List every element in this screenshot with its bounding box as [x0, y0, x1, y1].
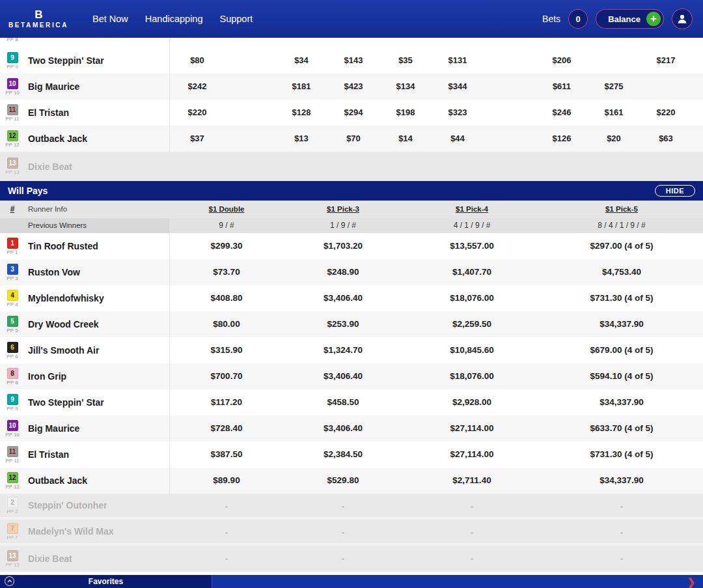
post-position-label: PP 12	[5, 484, 20, 490]
pick5-payout: $594.10 (4 of 5)	[557, 363, 687, 389]
horse-name: Dixie Beat	[28, 553, 72, 564]
nav-item-bet-now[interactable]: Bet Now	[92, 14, 128, 24]
favorites-scroll-area: ❯	[212, 575, 703, 588]
chevron-right-icon[interactable]: ❯	[687, 577, 695, 587]
double-payout: -	[161, 520, 292, 543]
table-row: 10 PP 10 Big Maurice $728.40 $3,406.40 $…	[0, 415, 703, 441]
pick3-payout: $3,406.40	[278, 363, 408, 389]
runner-info: 1 PP 1 Tin Roof Rusted	[5, 233, 98, 259]
runner-info: 11 PP 11 El Tristan	[5, 100, 69, 126]
table-row: 9 PP 9 Two Steppin' Star $80 $34 $143 $3…	[0, 48, 703, 74]
horse-name: Big Maurice	[28, 81, 79, 92]
nav-item-support[interactable]: Support	[220, 14, 253, 24]
runner-info: 13 PP 13 Dixie Beat	[5, 546, 72, 572]
double-payout: $408.80	[161, 285, 292, 311]
saddlecloth-badge: 2	[7, 497, 18, 508]
post-position-label: PP 11	[5, 458, 19, 464]
pick3-payout: $529.80	[278, 468, 408, 494]
pick5-payout: -	[557, 494, 687, 517]
saddlecloth-badge: 11	[7, 104, 18, 115]
favorites-label[interactable]: Favorites	[89, 577, 123, 586]
table-row: 3 PP 3 Ruston Vow $73.70 $248.90 $1,407.…	[0, 259, 703, 285]
table-row: 12 PP 12 Outback Jack $37 $13 $70 $14 $4…	[0, 126, 703, 152]
pick4-payout: -	[407, 546, 537, 572]
balance-button[interactable]: Balance +	[596, 9, 664, 29]
collapse-button[interactable]	[5, 576, 14, 586]
previous-winners-value: 8 / 4 / 1 / 9 / #	[557, 218, 687, 233]
post-position-label: PP 8	[7, 380, 18, 385]
payout-value: $37	[165, 126, 230, 152]
double-payout: $387.50	[161, 441, 292, 468]
balance-label: Balance	[608, 14, 641, 24]
bets-label: Bets	[542, 14, 560, 24]
runner-info: 11 PP 11 El Tristan	[5, 441, 69, 468]
table-row-scratched: 13 PP 13 Dixie Beat	[0, 152, 703, 181]
column-header-number[interactable]: #	[5, 201, 20, 218]
saddlecloth-badge: 10	[7, 78, 18, 89]
pick3-payout: $253.90	[278, 311, 408, 337]
brand-name: BETAMERICA	[8, 21, 68, 29]
runner-info: 7 PP 7 Madelyn's Wild Max	[5, 520, 114, 543]
saddlecloth-badge: 9	[7, 394, 18, 405]
previous-winners-value: 9 / #	[161, 218, 292, 233]
betamerica-logo-icon: B	[34, 9, 42, 20]
table-row: 10 PP 10 Big Maurice $242 $181 $423 $134…	[0, 74, 703, 100]
pick3-payout: -	[278, 494, 408, 517]
column-header-pick3[interactable]: $1 Pick-3	[278, 201, 408, 218]
pick4-payout: $2,259.50	[407, 311, 537, 337]
pick5-payout: $34,337.90	[557, 311, 687, 337]
pick5-payout: $731.30 (4 of 5)	[557, 441, 687, 468]
payout-value	[633, 74, 698, 100]
double-payout: $700.70	[161, 363, 292, 389]
table-row-scratched: 7 PP 7 Madelyn's Wild Max - - - -	[0, 520, 703, 546]
table-row: 6 PP 6 Jill's Smooth Air $315.90 $1,324.…	[0, 337, 703, 363]
payout-value: $323	[425, 100, 490, 126]
deposit-plus-icon[interactable]: +	[646, 12, 661, 26]
table-row: 4 PP 4 Myblendofwhisky $408.80 $3,406.40…	[0, 285, 703, 311]
table-row-scratched: 13 PP 13 Dixie Beat - - - -	[0, 546, 703, 572]
saddlecloth-badge: 13	[7, 158, 18, 169]
pick3-payout: $458.50	[278, 389, 408, 415]
horse-name: El Tristan	[28, 107, 69, 118]
post-position-label: PP 6	[7, 354, 18, 359]
pick4-payout: $27,114.00	[407, 441, 537, 468]
will-pays-column-header: # Runner Info $1 Double $1 Pick-3 $1 Pic…	[0, 201, 703, 218]
runner-info: 8 PP 8 Iron Grip	[5, 363, 66, 389]
payout-value: $80	[165, 48, 230, 74]
runner-info: 13 PP 13 Dixie Beat	[5, 152, 72, 181]
double-payout: -	[161, 494, 292, 517]
pick4-payout: $18,076.00	[407, 363, 537, 389]
betamerica-logo[interactable]: B BETAMERICA	[10, 9, 66, 29]
post-position-label: PP 4	[7, 301, 18, 307]
pick5-payout: -	[557, 546, 687, 572]
column-header-runner-info: Runner Info	[28, 201, 67, 218]
column-header-pick5[interactable]: $1 Pick-5	[557, 201, 687, 218]
odds-table: PP 8 9 PP 9 Two Steppin' Star $80 $34 $1…	[0, 38, 703, 181]
post-position-label: PP 1	[7, 249, 18, 255]
account-button[interactable]	[672, 8, 693, 29]
column-header-double[interactable]: $1 Double	[161, 201, 292, 218]
bets-count-button[interactable]: 0	[568, 9, 588, 29]
payout-value: $44	[425, 126, 490, 152]
pick3-payout: $2,384.50	[278, 441, 408, 468]
horse-name: Madelyn's Wild Max	[28, 526, 114, 537]
pick3-payout: -	[278, 546, 408, 572]
will-pays-header-bar: Will Pays HIDE	[0, 181, 703, 201]
post-position-label: PP 12	[5, 142, 20, 148]
table-row-scratched: 2 PP 2 Steppin' Outonher - - - -	[0, 494, 703, 520]
pick4-payout: $1,407.70	[407, 259, 537, 285]
runner-info: 10 PP 10 Big Maurice	[5, 74, 79, 100]
previous-winners-value: 1 / 9 / #	[278, 218, 408, 233]
section-title: Will Pays	[8, 186, 48, 196]
post-position-label: PP 3	[7, 275, 18, 281]
payout-value: $220	[633, 100, 698, 126]
user-icon	[676, 13, 688, 25]
column-header-pick4[interactable]: $1 Pick-4	[407, 201, 537, 218]
nav-item-handicapping[interactable]: Handicapping	[145, 14, 203, 24]
payout-value: $220	[165, 100, 230, 126]
horse-name: Outback Jack	[28, 133, 87, 144]
top-navbar: B BETAMERICA Bet Now Handicapping Suppor…	[0, 0, 703, 38]
saddlecloth-badge: 1	[7, 238, 18, 249]
hide-button[interactable]: HIDE	[655, 185, 695, 197]
favorites-section[interactable]: Favorites	[0, 575, 212, 588]
